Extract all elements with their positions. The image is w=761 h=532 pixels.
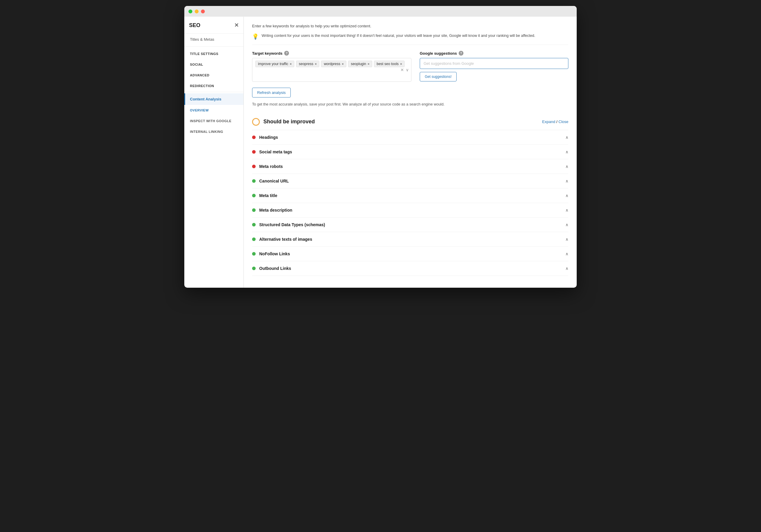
status-dot-meta-title [252, 194, 256, 197]
analysis-item-meta-robots[interactable]: Meta robots ∧ [252, 159, 568, 174]
keywords-help-icon[interactable]: ? [284, 51, 289, 56]
traffic-light-yellow[interactable] [195, 10, 199, 13]
sidebar-section-redirection: REDIRECTION [184, 80, 244, 90]
sidebar-title: SEO [189, 22, 200, 29]
clear-keywords-btn[interactable]: ✕ [400, 68, 404, 72]
sidebar-section-title-settings: TITLE SETTINGS [184, 48, 244, 59]
analysis-label-social-meta: Social meta tags [259, 149, 292, 154]
status-header: Should be improved Expand / Close [252, 114, 568, 130]
sidebar-section-advanced: ADVANCED [184, 69, 244, 80]
analysis-item-outbound-links[interactable]: Outbound Links ∧ [252, 261, 568, 276]
sidebar-item-overview[interactable]: OVERVIEW [184, 105, 244, 116]
traffic-light-red[interactable] [201, 10, 205, 13]
close-link[interactable]: Close [558, 119, 568, 124]
title-bar [184, 6, 577, 17]
analysis-item-social-meta[interactable]: Social meta tags ∧ [252, 145, 568, 159]
tip-box: 💡 Writing content for your users is the … [252, 33, 568, 45]
sidebar-item-titles-metas[interactable]: Titles & Metas [184, 33, 244, 45]
analysis-label-nofollow-links: NoFollow Links [259, 252, 290, 256]
remove-keyword-seoplugin[interactable]: × [368, 62, 370, 66]
expand-link[interactable]: Expand [542, 119, 555, 124]
chevron-alt-texts: ∧ [565, 237, 568, 242]
sidebar: SEO ✕ Titles & Metas TITLE SETTINGS SOCI… [184, 17, 244, 288]
main-layout: SEO ✕ Titles & Metas TITLE SETTINGS SOCI… [184, 17, 577, 288]
analysis-label-meta-robots: Meta robots [259, 164, 283, 169]
separator: / [556, 119, 558, 124]
chevron-outbound-links: ∧ [565, 266, 568, 271]
suggestions-label: Google suggestions ? [420, 51, 568, 56]
status-circle [252, 118, 260, 126]
status-dot-headings [252, 136, 256, 139]
tip-text: Writing content for your users is the mo… [262, 33, 535, 39]
intro-text: Enter a few keywords for analysis to hel… [252, 24, 568, 28]
analysis-label-alt-texts: Alternative texts of images [259, 237, 312, 242]
analysis-label-headings: Headings [259, 135, 278, 140]
divider-1 [184, 46, 244, 47]
suggestions-help-icon[interactable]: ? [459, 51, 463, 56]
status-dot-meta-robots [252, 165, 256, 168]
close-button[interactable]: ✕ [234, 22, 239, 29]
expand-keywords-btn[interactable]: ∨ [406, 68, 409, 72]
status-dot-social-meta [252, 150, 256, 154]
sidebar-section-social: SOCIAL [184, 59, 244, 69]
keyword-tag-bestseotools: best seo tools × [374, 61, 405, 67]
remove-keyword-seopress[interactable]: × [315, 62, 317, 66]
analysis-label-structured-data: Structured Data Types (schemas) [259, 222, 325, 227]
expand-close: Expand / Close [542, 119, 568, 124]
analysis-label-meta-title: Meta title [259, 193, 277, 198]
status-dot-outbound-links [252, 266, 256, 270]
main-content: Enter a few keywords for analysis to hel… [244, 17, 577, 288]
remove-keyword-improve[interactable]: × [290, 62, 292, 66]
keywords-left: Target keywords ? improve your traffic ×… [252, 51, 411, 82]
analysis-item-alt-texts[interactable]: Alternative texts of images ∧ [252, 232, 568, 247]
sidebar-item-inspect-google[interactable]: INSPECT WITH GOOGLE [184, 116, 244, 126]
suggestions-input[interactable] [420, 58, 568, 69]
keywords-section: Target keywords ? improve your traffic ×… [252, 51, 568, 82]
keyword-tag-wordpress: wordpress × [321, 61, 346, 67]
analysis-item-meta-description[interactable]: Meta description ∧ [252, 203, 568, 217]
status-title: Should be improved [263, 119, 315, 125]
sidebar-nav: Titles & Metas TITLE SETTINGS SOCIAL ADV… [184, 33, 244, 137]
chevron-meta-description: ∧ [565, 208, 568, 212]
analysis-item-canonical-url[interactable]: Canonical URL ∧ [252, 174, 568, 188]
status-dot-alt-texts [252, 237, 256, 241]
sidebar-header: SEO ✕ [184, 17, 244, 33]
remove-keyword-bestseotools[interactable]: × [400, 62, 402, 66]
status-dot-meta-description [252, 208, 256, 212]
status-dot-canonical-url [252, 179, 256, 183]
main-window: SEO ✕ Titles & Metas TITLE SETTINGS SOCI… [184, 6, 577, 288]
keywords-input-actions: ✕ ∨ [400, 68, 409, 72]
status-section: Should be improved Expand / Close Headin… [252, 114, 568, 276]
sidebar-item-content-analysis[interactable]: Content Analysis [184, 93, 244, 105]
traffic-light-green[interactable] [189, 10, 192, 13]
analysis-item-meta-title[interactable]: Meta title ∧ [252, 188, 568, 203]
sidebar-item-internal-linking[interactable]: INTERNAL LINKING [184, 126, 244, 137]
keyword-tag-seoplugin: seoplugin × [348, 61, 372, 67]
get-suggestions-button[interactable]: Get suggestions! [420, 72, 457, 82]
keyword-tag-seopress: seopress × [296, 61, 319, 67]
save-note: To get the most accurate analysis, save … [252, 102, 568, 107]
analysis-label-canonical-url: Canonical URL [259, 179, 289, 183]
keywords-label: Target keywords ? [252, 51, 411, 56]
status-dot-structured-data [252, 223, 256, 226]
divider-2 [184, 92, 244, 92]
keywords-right: Google suggestions ? Get suggestions! [420, 51, 568, 82]
chevron-headings: ∧ [565, 135, 568, 140]
chevron-meta-robots: ∧ [565, 164, 568, 169]
chevron-canonical-url: ∧ [565, 179, 568, 183]
chevron-structured-data: ∧ [565, 222, 568, 227]
analysis-item-nofollow-links[interactable]: NoFollow Links ∧ [252, 247, 568, 261]
chevron-social-meta: ∧ [565, 149, 568, 154]
status-left: Should be improved [252, 118, 315, 126]
analysis-item-headings[interactable]: Headings ∧ [252, 130, 568, 145]
keywords-input-box[interactable]: improve your traffic × seopress × wordpr… [252, 58, 411, 82]
refresh-analysis-button[interactable]: Refresh analysis [252, 88, 291, 97]
analysis-label-outbound-links: Outbound Links [259, 266, 291, 271]
remove-keyword-wordpress[interactable]: × [342, 62, 344, 66]
keyword-tag-improve: improve your traffic × [255, 61, 294, 67]
analysis-item-structured-data[interactable]: Structured Data Types (schemas) ∧ [252, 217, 568, 232]
chevron-meta-title: ∧ [565, 193, 568, 198]
analysis-label-meta-description: Meta description [259, 208, 292, 212]
chevron-nofollow-links: ∧ [565, 252, 568, 256]
tip-icon: 💡 [252, 33, 259, 40]
